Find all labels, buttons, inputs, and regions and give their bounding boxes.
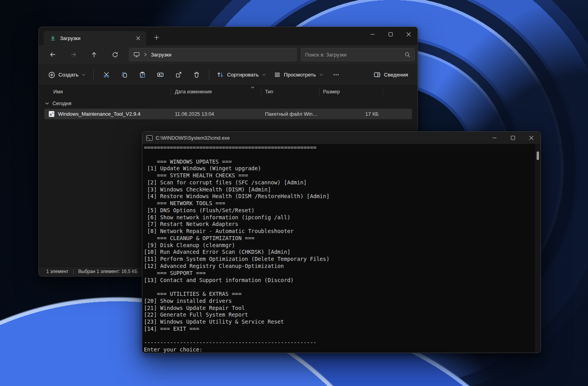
new-button[interactable]: Создать xyxy=(44,69,90,81)
tab-downloads[interactable]: Загрузки xyxy=(44,31,146,45)
column-header-name[interactable]: Имя xyxy=(44,89,171,95)
cmd-output-area[interactable]: ========================================… xyxy=(142,144,541,353)
new-button-label: Создать xyxy=(58,72,78,78)
minimize-button[interactable] xyxy=(363,27,381,41)
group-label: Сегодня xyxy=(53,101,71,106)
view-button[interactable]: Просмотреть xyxy=(270,69,327,81)
chevron-down-icon xyxy=(262,73,266,77)
batch-file-icon xyxy=(48,111,55,117)
selection-summary: Выбран 1 элемент: 16,5 КБ xyxy=(78,269,138,274)
view-list-icon xyxy=(274,71,281,78)
scrollbar-thumb[interactable] xyxy=(537,151,539,160)
group-header-today[interactable]: Сегодня xyxy=(39,98,417,109)
details-pane-icon xyxy=(374,71,381,78)
command-toolbar: Создать xyxy=(39,64,417,86)
paste-button[interactable] xyxy=(134,67,150,82)
file-size: 17 КБ xyxy=(319,111,383,117)
status-divider xyxy=(73,269,74,274)
cmd-window: C:\WINDOWS\System32\cmd.exe ============… xyxy=(142,131,541,353)
copy-button[interactable] xyxy=(116,67,132,82)
close-button[interactable] xyxy=(399,27,417,41)
sort-button-label: Сортировать xyxy=(227,72,259,78)
delete-button[interactable] xyxy=(189,67,204,82)
toolbar-divider xyxy=(209,70,209,80)
details-pane-button[interactable]: Сведения xyxy=(370,69,412,81)
chevron-down-icon xyxy=(82,73,86,77)
more-options-button[interactable] xyxy=(328,67,344,82)
console-output: ========================================… xyxy=(142,144,541,353)
maximize-button[interactable] xyxy=(381,27,399,41)
search-icon xyxy=(405,52,410,58)
refresh-button[interactable] xyxy=(108,48,122,61)
column-header-modified[interactable]: Дата изменения xyxy=(171,89,261,95)
scrollbar-track[interactable] xyxy=(535,144,541,353)
details-button-label: Сведения xyxy=(384,72,408,78)
column-separator[interactable] xyxy=(319,89,319,95)
breadcrumb[interactable]: Загрузки xyxy=(151,52,171,58)
cut-button[interactable] xyxy=(98,67,114,82)
cmd-window-title: C:\WINDOWS\System32\cmd.exe xyxy=(156,135,482,141)
rename-button[interactable] xyxy=(152,67,168,82)
column-separator[interactable] xyxy=(171,89,171,95)
cmd-title-bar[interactable]: C:\WINDOWS\System32\cmd.exe xyxy=(142,132,541,144)
new-tab-button[interactable] xyxy=(150,31,163,44)
minimize-button[interactable] xyxy=(485,132,504,144)
explorer-window-controls xyxy=(363,27,417,41)
item-count: 1 элемент xyxy=(46,269,69,274)
forward-button[interactable] xyxy=(67,48,80,61)
cmd-icon xyxy=(146,135,152,141)
file-modified: 11.06.2025 13:04 xyxy=(171,111,261,117)
close-button[interactable] xyxy=(522,132,541,144)
plus-circle-icon xyxy=(48,71,55,78)
download-icon xyxy=(50,35,56,41)
column-header-size[interactable]: Размер xyxy=(319,89,383,95)
maximize-button[interactable] xyxy=(504,132,522,144)
cmd-window-controls xyxy=(485,132,541,144)
column-separator[interactable] xyxy=(261,89,261,95)
tab-bar: Загрузки xyxy=(39,27,417,45)
desktop: Загрузки xyxy=(0,0,588,386)
breadcrumb-chevron-icon xyxy=(143,52,148,57)
up-button[interactable] xyxy=(87,48,101,61)
sort-icon xyxy=(217,71,224,78)
tab-close-icon[interactable] xyxy=(134,34,142,42)
this-pc-icon xyxy=(133,51,140,58)
tab-title: Загрузки xyxy=(60,35,130,41)
toolbar-divider xyxy=(93,70,94,80)
search-input[interactable] xyxy=(305,52,405,58)
file-type: Пакетный файл Win… xyxy=(261,111,319,117)
column-separator[interactable] xyxy=(383,89,383,95)
chevron-down-icon xyxy=(45,101,49,106)
back-button[interactable] xyxy=(46,48,59,61)
share-button[interactable] xyxy=(171,67,186,82)
column-header-type[interactable]: Тип xyxy=(261,89,319,95)
navigation-bar: Загрузки xyxy=(39,45,417,64)
sort-button[interactable]: Сортировать xyxy=(213,69,270,81)
address-bar[interactable]: Загрузки xyxy=(129,48,297,61)
sort-direction-icon xyxy=(250,86,255,89)
chevron-down-icon xyxy=(319,73,323,77)
view-button-label: Просмотреть xyxy=(284,72,316,78)
file-row-selected[interactable]: Windows_Maintenance_Tool_V2.9.4 11.06.20… xyxy=(44,109,412,119)
column-headers: Имя Дата изменения Тип Размер xyxy=(39,86,417,98)
file-name: Windows_Maintenance_Tool_V2.9.4 xyxy=(58,111,140,117)
search-box[interactable] xyxy=(301,48,415,61)
